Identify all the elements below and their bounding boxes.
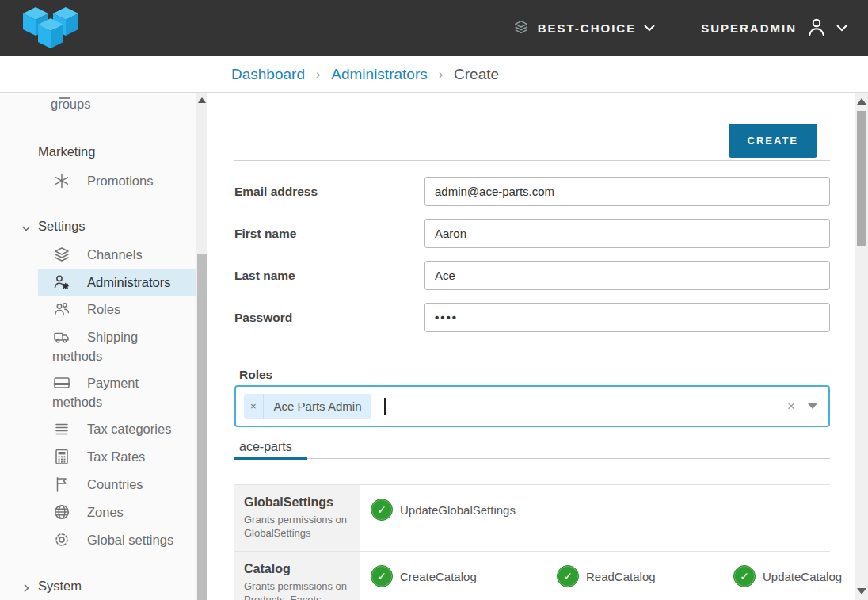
channel-switcher[interactable]: BEST-CHOICE [512,18,656,38]
scroll-up-arrow[interactable] [198,97,206,103]
main-panel: CREATE Email addressFirst nameLast nameP… [207,93,855,600]
sidebar-item-label: Countries [87,477,143,491]
sidebar-scrollbar[interactable] [196,93,207,600]
active-tab-underline [234,457,307,460]
form-row-last-name: Last name [234,261,830,290]
chip-label: Ace Parts Admin [264,394,372,419]
cog-icon [52,530,71,549]
breadcrumb-separator: › [439,67,443,82]
sidebar-item-countries[interactable]: Countries [0,471,196,499]
toolbar: CREATE [207,93,855,158]
scrollbar-thumb[interactable] [197,254,207,600]
flag-icon [52,475,71,494]
permission-group-description: Grants permissions on GlobalSettings [244,513,352,540]
users-icon [59,97,70,99]
breadcrumb-label[interactable]: Administrators [331,66,427,82]
permission-updateglobalsettings: ✓UpdateGlobalSettings [371,498,557,522]
breadcrumb-item-create: Create [454,66,499,83]
sidebar-item-label: Global settings [87,533,173,547]
section-label: System [38,579,82,593]
sidebar-item-global-settings[interactable]: Global settings [0,526,196,554]
username-label: SUPERADMIN [701,21,797,35]
sidebar-item-label: Zones [87,505,124,519]
permission-readcatalog: ✓ReadCatalog [557,564,733,588]
sidebar-section-system[interactable]: System [0,579,196,594]
sidebar-item-label: Tax Rates [87,449,145,464]
breadcrumb-label: Create [454,66,499,82]
topbar: BEST-CHOICE SUPERADMIN [0,0,868,56]
roles-select[interactable]: ×Ace Parts Admin × [234,385,830,427]
clear-icon[interactable]: × [787,399,795,413]
scroll-up-arrow[interactable] [857,98,866,105]
email-address-field[interactable] [424,177,830,206]
breadcrumb-item-dashboard[interactable]: Dashboard [231,66,305,83]
check-toggle[interactable]: ✓ [557,565,579,587]
sidebar-item-customer-groups[interactable]: groups [0,97,196,112]
sidebar: groups MarketingPromotionsSettingsChanne… [0,93,207,600]
permission-group-header: CatalogGrants permissions on Products, F… [234,552,360,600]
email-address-label: Email address [234,185,424,199]
sidebar-item-payment-methods[interactable]: Payment methods [0,369,196,415]
check-toggle[interactable]: ✓ [371,565,393,587]
last-name-field[interactable] [424,261,830,290]
sidebar-item-label: Channels [87,247,143,262]
breadcrumb-separator: › [316,67,320,82]
sidebar-section-settings[interactable]: Settings [0,219,196,234]
chevron-down-icon [644,25,655,32]
dropdown-arrow-icon[interactable] [808,403,817,409]
channel-label: BEST-CHOICE [538,21,637,35]
sidebar-section-marketing: Marketing [0,144,196,159]
administrator-form: Email addressFirst nameLast namePassword [207,177,855,332]
sidebar-item-administrators[interactable]: Administrators [38,269,196,296]
permission-label: ReadCatalog [586,570,656,583]
chip-remove-icon[interactable]: × [244,394,264,419]
divider [234,160,830,161]
form-row-password: Password [234,303,830,332]
sidebar-item-label: Promotions [87,174,153,188]
truck-icon [52,327,71,346]
check-toggle[interactable]: ✓ [733,565,756,587]
sidebar-item-roles[interactable]: Roles [0,296,196,323]
permission-group-header: GlobalSettingsGrants permissions on Glob… [234,485,360,551]
role-chip-ace-parts-admin: ×Ace Parts Admin [244,394,371,419]
first-name-label: First name [234,227,424,241]
first-name-field[interactable] [424,219,830,248]
list-icon [52,419,71,438]
sidebar-item-promotions[interactable]: Promotions [0,167,196,195]
user-menu[interactable]: SUPERADMIN [701,15,847,41]
chevron-down-icon [836,25,847,32]
chevron-down-icon [21,222,32,233]
credit-card-icon [52,373,71,392]
vendure-logo[interactable] [22,6,79,52]
text-caret [384,398,386,415]
permission-label: CreateCatalog [400,570,477,583]
calculator-icon [52,447,71,466]
check-toggle[interactable]: ✓ [371,499,393,521]
sidebar-item-tax-categories[interactable]: Tax categories [0,415,196,443]
tab-ace-parts[interactable]: ace-parts [239,440,292,458]
sidebar-item-channels[interactable]: Channels [0,241,196,269]
permission-label: UpdateGlobalSettings [400,503,516,517]
chevron-right-icon [21,582,32,593]
asterisk-icon [52,171,71,190]
permissions-table: GlobalSettingsGrants permissions on Glob… [234,484,830,600]
breadcrumb-item-administrators[interactable]: Administrators [331,66,427,83]
layers-icon [512,18,530,38]
scrollbar-thumb[interactable] [857,111,866,246]
scroll-down-arrow[interactable] [857,588,866,594]
section-label: Settings [38,219,86,233]
sidebar-item-tax-rates[interactable]: Tax Rates [0,443,196,471]
breadcrumb-label[interactable]: Dashboard [231,66,305,82]
permission-createcatalog: ✓CreateCatalog [371,564,557,588]
sidebar-item-zones[interactable]: Zones [0,499,196,526]
globe-icon [52,503,71,522]
sidebar-item-shipping-methods[interactable]: Shipping methods [0,323,196,369]
permission-row-catalog: CatalogGrants permissions on Products, F… [234,552,830,600]
password-field[interactable] [424,303,830,332]
create-button[interactable]: CREATE [729,124,817,158]
breadcrumb: Dashboard›Administrators›Create [231,66,499,83]
breadcrumb-bar: Dashboard›Administrators›Create [0,56,868,93]
sidebar-item-label: Roles [87,302,120,316]
main-scrollbar[interactable] [855,93,868,600]
sidebar-item-label: Administrators [87,275,170,289]
